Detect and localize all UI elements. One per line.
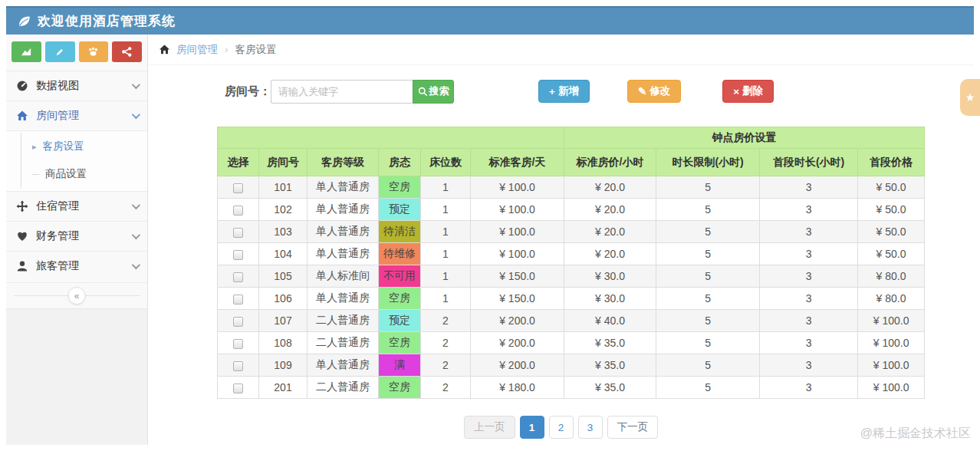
- cell-first-length: 3: [760, 199, 858, 221]
- cell-day-price: ¥ 200.0: [471, 332, 564, 354]
- leaf-icon: [17, 14, 31, 28]
- sidebar-collapse-button[interactable]: «: [68, 287, 86, 305]
- sidebar-filler: [6, 308, 147, 445]
- move-icon: [15, 200, 29, 212]
- paw-quick-button[interactable]: [79, 41, 109, 62]
- sidebar-item-label: 财务管理: [36, 229, 79, 243]
- app-title: 欢迎使用酒店管理系统: [38, 12, 176, 30]
- sidebar-item-product-settings[interactable]: 商品设置: [21, 160, 147, 188]
- row-checkbox[interactable]: [233, 295, 243, 305]
- floating-side-tab[interactable]: [960, 79, 980, 116]
- search-button[interactable]: 搜索: [413, 80, 454, 104]
- chevron-down-icon: [132, 261, 140, 269]
- cell-limit-hours: 5: [656, 310, 760, 332]
- edit-quick-button[interactable]: [45, 41, 75, 62]
- chart-quick-button[interactable]: [12, 41, 41, 62]
- sidebar-item-guest-management[interactable]: 旅客管理: [6, 251, 147, 281]
- cell-room-number: 104: [259, 243, 307, 265]
- cell-limit-hours: 5: [656, 377, 760, 399]
- search-icon: [418, 87, 428, 97]
- cell-room-number: 106: [259, 288, 307, 310]
- gauge-icon: [15, 80, 29, 92]
- sidebar-item-room-management[interactable]: 房间管理: [6, 100, 147, 130]
- add-button-label: 新增: [558, 84, 579, 98]
- cell-first-length: 3: [760, 288, 858, 310]
- cell-hour-price: ¥ 35.0: [564, 354, 656, 377]
- cell-room-grade: 二人普通房: [307, 377, 379, 399]
- table-row: 106 单人普通房 空房 1 ¥ 150.0 ¥ 30.0 5 3 ¥ 80.0: [218, 288, 925, 310]
- pagination-page-1[interactable]: 1: [520, 416, 544, 439]
- cell-first-length: 3: [760, 221, 858, 243]
- cell-first-price: ¥ 100.0: [858, 332, 925, 354]
- cell-first-length: 3: [760, 354, 858, 377]
- column-header-day-price: 标准客房/天: [471, 149, 564, 176]
- sidebar-item-finance-management[interactable]: 财务管理: [6, 221, 147, 251]
- cell-hour-price: ¥ 30.0: [564, 265, 656, 288]
- plus-icon: +: [549, 86, 555, 97]
- cell-day-price: ¥ 100.0: [471, 176, 564, 199]
- cell-day-price: ¥ 180.0: [471, 377, 564, 399]
- row-checkbox[interactable]: [233, 384, 243, 393]
- home-icon: [15, 110, 29, 122]
- row-checkbox[interactable]: [233, 339, 243, 349]
- cell-first-price: ¥ 100.0: [858, 310, 925, 332]
- table-body: 101 单人普通房 空房 1 ¥ 100.0 ¥ 20.0 5 3 ¥ 50.0…: [218, 176, 925, 399]
- row-checkbox[interactable]: [233, 250, 243, 260]
- search-button-label: 搜索: [429, 84, 449, 98]
- cell-beds: 1: [421, 199, 471, 221]
- delete-button-label: 删除: [742, 84, 763, 98]
- cell-room-number: 101: [259, 176, 307, 199]
- table-row: 104 单人普通房 待维修 1 ¥ 100.0 ¥ 20.0 5 3 ¥ 50.…: [218, 243, 925, 265]
- sidebar-item-data-view[interactable]: 数据视图: [6, 71, 147, 100]
- cell-limit-hours: 5: [656, 265, 760, 288]
- cell-beds: 1: [421, 243, 471, 265]
- row-checkbox[interactable]: [233, 272, 243, 282]
- quick-buttons: [6, 35, 147, 71]
- cell-limit-hours: 5: [656, 199, 760, 221]
- delete-button[interactable]: × 删除: [722, 80, 774, 103]
- pagination-page-2[interactable]: 2: [549, 416, 574, 439]
- row-checkbox[interactable]: [233, 317, 243, 327]
- sidebar-item-lodging-management[interactable]: 住宿管理: [6, 191, 147, 221]
- cell-room-status: 预定: [379, 310, 421, 332]
- cell-limit-hours: 5: [656, 176, 760, 199]
- row-checkbox[interactable]: [233, 361, 243, 371]
- sidebar-item-guestroom-settings[interactable]: ▸ 客房设置: [21, 133, 147, 160]
- cell-limit-hours: 5: [656, 332, 760, 354]
- cell-beds: 1: [421, 176, 471, 199]
- pagination-prev-button[interactable]: 上一页: [464, 416, 515, 439]
- cell-first-length: 3: [760, 332, 858, 354]
- row-checkbox[interactable]: [233, 183, 243, 193]
- cell-select: [218, 310, 259, 332]
- star-icon: [965, 93, 975, 102]
- cell-hour-price: ¥ 30.0: [564, 288, 656, 310]
- search-input[interactable]: [271, 80, 413, 104]
- breadcrumb-section-link[interactable]: 房间管理: [176, 43, 218, 57]
- cell-room-grade: 单人普通房: [307, 354, 379, 377]
- edit-button-label: 修改: [649, 84, 670, 98]
- cell-limit-hours: 5: [656, 221, 760, 243]
- add-button[interactable]: + 新增: [538, 80, 590, 103]
- cell-room-status: 待维修: [379, 243, 421, 265]
- cell-select: [218, 377, 259, 399]
- share-quick-button[interactable]: [112, 41, 142, 62]
- cell-first-length: 3: [760, 176, 858, 199]
- cell-room-status: 空房: [379, 176, 421, 199]
- cell-room-number: 102: [259, 199, 307, 221]
- pencil-icon: ✎: [638, 85, 646, 97]
- pagination-page-3[interactable]: 3: [578, 416, 603, 439]
- toolbar: 房间号： 搜索 + 新增 ✎ 修改 × 删除: [148, 79, 974, 104]
- cell-beds: 1: [421, 288, 471, 310]
- cell-room-grade: 二人普通房: [307, 310, 379, 332]
- row-checkbox[interactable]: [233, 206, 243, 216]
- pagination-next-button[interactable]: 下一页: [607, 416, 659, 439]
- row-checkbox[interactable]: [233, 228, 243, 238]
- header-spacer-cell: [218, 127, 564, 149]
- cell-day-price: ¥ 150.0: [471, 265, 564, 288]
- table-row: 101 单人普通房 空房 1 ¥ 100.0 ¥ 20.0 5 3 ¥ 50.0: [218, 176, 925, 199]
- edit-button[interactable]: ✎ 修改: [627, 80, 681, 103]
- cell-day-price: ¥ 100.0: [471, 243, 564, 265]
- column-header-first-length: 首段时长(小时): [760, 149, 858, 176]
- column-header-hour-price: 标准房价/小时: [564, 149, 656, 176]
- subitem-label: 商品设置: [45, 167, 87, 181]
